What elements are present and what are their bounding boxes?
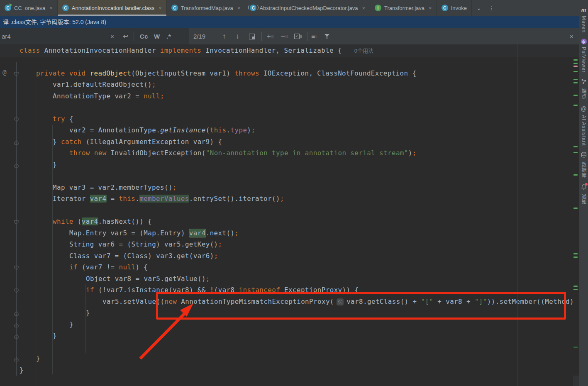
divider [134,32,134,41]
code-line: String var6 = (String) var5.getKey(); [69,239,222,250]
fold-collapse-icon[interactable] [14,356,19,364]
tool-window-button-数据库[interactable]: 数据库 [579,152,588,178]
code-token: InvalidObjectException( [107,149,206,157]
filter-options-icon[interactable]: ≡I [311,28,317,44]
tool-window-button-通知[interactable]: 通知 [579,184,588,205]
stripe-match-mark [573,174,578,176]
code-line: while (var4.hasNext()) { [53,216,152,227]
tool-window-button-maven[interactable]: mMaven [579,6,588,33]
editor-tab[interactable]: C()AbstractInputCheckedMapDecorator.java… [245,0,370,16]
divider [261,32,262,41]
tab-label: AbstractInputCheckedMapDecorator.java [259,5,358,11]
code-token: (IllegalArgumentException var9) { [82,138,222,146]
search-query-text[interactable]: ar4 [2,28,11,44]
java-class-run-icon: C [5,5,11,11]
previous-match-icon[interactable]: ↑ [222,28,226,44]
right-tool-window-bar: mMavenψPsiViewer端点@AI Assistant数据库通知 [579,0,588,386]
close-tab-icon[interactable]: × [237,5,241,11]
fold-collapse-icon[interactable] [14,322,19,330]
editor-tab[interactable]: CAnnotationInvocationHandler.class× [58,0,167,16]
code-token [65,69,69,77]
fold-collapse-icon[interactable] [14,333,19,341]
close-tab-icon[interactable]: × [159,5,162,11]
code-editor[interactable]: private void readObject(ObjectInputStrea… [0,44,579,386]
find-in-selection-icon[interactable] [249,28,255,44]
fold-expand-icon[interactable] [14,71,19,78]
clear-search-icon[interactable]: × [110,28,114,44]
fold-collapse-icon[interactable] [14,162,19,170]
regex-toggle[interactable]: .* [166,28,171,44]
match-case-toggle[interactable]: Cc [140,28,148,44]
java-class-icon: C [171,5,178,11]
code-token: readObject [90,69,132,77]
next-match-icon[interactable]: ↓ [236,28,239,44]
paren-right: ) [257,5,259,10]
code-token: } [20,366,24,374]
add-occurrence-icon[interactable]: +II [267,28,273,44]
code-token: ; [214,252,218,260]
fold-expand-icon[interactable] [14,219,19,227]
tab-label: TransformedMap.java [181,5,233,11]
code-token: IOException, ClassNotFoundException { [259,69,417,77]
tool-window-button-端点[interactable]: 端点 [579,78,588,99]
code-line: } catch (IllegalArgumentException var9) … [53,137,222,147]
code-token: private [36,69,65,77]
fold-collapse-icon[interactable] [14,310,19,318]
code-token [86,69,90,77]
newline-icon[interactable]: ↩ [123,28,128,44]
close-find-bar-icon[interactable]: × [570,28,573,44]
stripe-match-mark [573,289,578,290]
run-overlay-icon [10,3,12,7]
code-token: ; [251,126,255,134]
code-token: ; [280,195,284,203]
code-line: } [53,159,57,170]
code-line: Iterator var4 = this.memberValues.entryS… [53,193,284,204]
fold-expand-icon[interactable] [14,117,19,124]
code-token: } [53,161,57,169]
editor-tab[interactable]: CInvoke [437,0,472,16]
find-bar: ar4 × ↩ Cc W .* 2/19 ↑ ↓ +II −II ✓II ≡I … [0,28,579,44]
java-interface-icon: I [375,5,381,11]
error-stripe[interactable] [573,44,579,386]
endpoints-icon [581,78,587,86]
select-all-occurrences-icon[interactable]: ✓II [294,28,302,44]
fold-expand-icon[interactable] [14,288,19,295]
annotation-gutter-icon: @ [2,68,7,76]
fold-expand-icon[interactable] [14,265,19,272]
tool-window-button-psiviewer[interactable]: ψPsiViewer [579,39,588,73]
filter-funnel-icon[interactable] [324,28,330,44]
close-tab-icon[interactable]: × [49,5,53,11]
code-token: .entrySet().iterator() [189,195,280,203]
divider [307,32,307,41]
code-token: } [53,138,61,146]
words-toggle[interactable]: W [154,28,160,44]
code-line: Class var7 = (Class) var3.get(var6); [69,251,218,261]
code-token: type [231,126,247,134]
code-token: Object var8 = var5.getValue() [86,275,206,283]
kebab-menu-icon[interactable]: ⋮ [485,5,498,11]
code-token: } [36,354,40,362]
annotation-highlight-box [156,292,566,320]
java-class-icon: C [62,5,69,11]
code-token: null; [144,92,164,100]
editor-tab[interactable]: ITransformer.java× [370,0,437,16]
search-input[interactable] [0,28,189,44]
code-token: ; [206,275,210,283]
close-tab-icon[interactable]: × [362,5,365,11]
code-token: ) [408,149,412,157]
code-token: } [69,320,73,328]
tab-bar-extras: ⌄⋮ [473,0,498,16]
code-line: } [86,308,90,318]
tool-window-button-ai-assistant[interactable]: @AI Assistant [579,105,588,146]
code-token: ( [206,126,210,134]
code-token: this [119,195,135,203]
editor-tab[interactable]: CTransformedMap.java× [167,0,246,16]
close-tab-icon[interactable]: × [429,5,432,11]
stripe-match-mark [573,146,578,147]
tool-window-label: AI Assistant [581,115,587,146]
editor-tab[interactable]: CCC_one.java× [0,0,58,16]
chevron-down-icon[interactable]: ⌄ [473,5,485,11]
code-token: var1.defaultReadObject() [53,81,152,88]
remove-occurrence-icon[interactable]: −II [281,28,288,44]
fold-collapse-icon[interactable] [14,139,19,147]
